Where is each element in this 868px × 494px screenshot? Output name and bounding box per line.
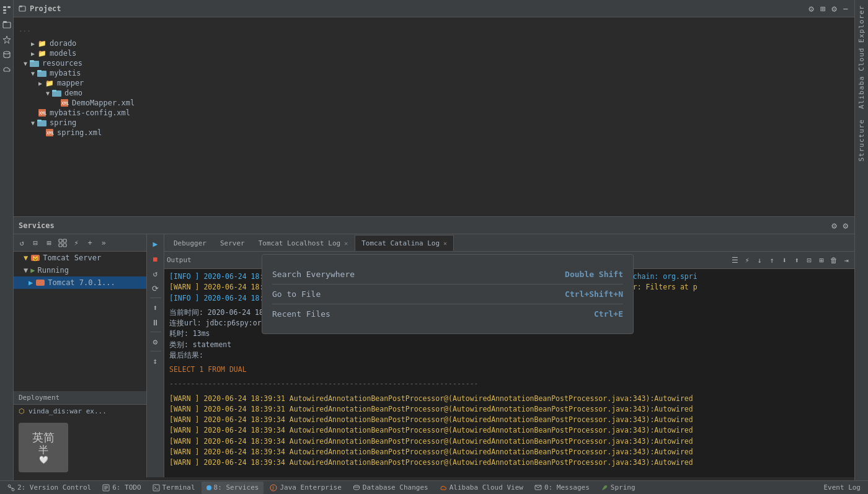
- output-more2-icon[interactable]: ⊞: [816, 255, 827, 266]
- layout-icon[interactable]: ⊞: [819, 2, 826, 15]
- status-alibaba-cloud[interactable]: Alibaba Cloud View: [435, 482, 528, 494]
- output-clear-icon[interactable]: 🗑: [828, 255, 839, 266]
- services-panel-header: Services ⚙ ⚙: [14, 217, 854, 234]
- search-row-file[interactable]: Go to File Ctrl+Shift+N: [272, 284, 623, 304]
- services-expand-icon[interactable]: ⊞: [43, 237, 55, 249]
- side-config-icon[interactable]: ⚙: [149, 335, 162, 348]
- favorites-icon[interactable]: [1, 33, 13, 46]
- output-down-icon[interactable]: ↓: [754, 255, 765, 266]
- server-item-tomcat[interactable]: ▼ 🐱 Tomcat Server: [14, 252, 146, 264]
- svg-point-7: [4, 51, 10, 54]
- svg-rect-5: [3, 21, 7, 23]
- svg-rect-2: [3, 12, 6, 14]
- status-terminal[interactable]: Terminal: [148, 482, 200, 494]
- side-restart-icon[interactable]: ↺: [149, 267, 162, 280]
- status-todo[interactable]: 6: TODO: [97, 482, 146, 494]
- services-collapse-icon[interactable]: ⊟: [30, 237, 41, 249]
- status-database-changes[interactable]: Database Changes: [348, 482, 433, 494]
- tomcat-instance-item[interactable]: ▶ Tomcat 7.0.1...: [14, 276, 146, 289]
- search-row-recent[interactable]: Recent Files Ctrl+E: [272, 304, 623, 324]
- user-avatar-area: 英简 半 🤍: [14, 418, 146, 477]
- log-line-19: [WARN ] 2020-06-24 18:39:34 AutowiredAnn…: [169, 447, 849, 457]
- svg-point-31: [8, 485, 11, 487]
- tree-item-models[interactable]: ▶ 📁 models: [14, 48, 854, 58]
- search-row-everywhere[interactable]: Search Everywhere Double Shift: [272, 265, 623, 284]
- log-line-14: [WARN ] 2020-06-24 18:39:31 AutowiredAnn…: [169, 394, 849, 404]
- persistence-icon[interactable]: [1, 48, 13, 61]
- user-avatar: 英简 半 🤍: [19, 423, 68, 472]
- settings-gear-icon[interactable]: ⚙: [807, 2, 815, 15]
- tree-item-mybatis[interactable]: ▼ mybatis: [14, 68, 854, 78]
- svg-rect-3: [7, 6, 11, 8]
- svg-rect-26: [59, 244, 62, 247]
- deployment-label: Deployment: [14, 391, 146, 405]
- svg-text:J: J: [272, 486, 274, 491]
- tab-server[interactable]: Server: [213, 235, 252, 251]
- svg-point-32: [12, 488, 14, 491]
- output-label: Output: [167, 256, 192, 264]
- running-item[interactable]: ▼ ▶ Running: [14, 264, 146, 276]
- tree-item-mapper[interactable]: ▶ 📁 mapper: [14, 78, 854, 88]
- output-up-icon[interactable]: ↑: [766, 255, 777, 266]
- side-stop-icon[interactable]: ◼: [149, 252, 162, 265]
- tree-item-mybatis-config[interactable]: ▶ XML mybatis-config.xml: [14, 108, 854, 118]
- services-settings-icon[interactable]: ⚙: [830, 219, 838, 232]
- project-panel-header: Project ⚙ ⊞ ⚙ −: [14, 0, 854, 17]
- svg-rect-30: [36, 280, 45, 286]
- status-version-control[interactable]: 2: Version Control: [2, 482, 96, 494]
- services-tree: ▼ 🐱 Tomcat Server ▼ ▶ Running ▶: [14, 252, 146, 391]
- services-refresh-icon[interactable]: ↺: [16, 237, 27, 249]
- status-bar: 2: Version Control 6: TODO Terminal 8: S…: [0, 480, 868, 494]
- log-line-7: 类别: statement: [169, 340, 849, 350]
- status-services[interactable]: 8: Services: [202, 482, 264, 494]
- services-add-icon[interactable]: +: [84, 237, 95, 249]
- output-scroll-up-icon[interactable]: ⬆: [791, 255, 802, 266]
- vertical-label-alibaba[interactable]: Alibaba Cloud Explorer: [856, 0, 867, 114]
- side-scroll-icon[interactable]: ↕: [149, 354, 162, 368]
- svg-rect-27: [63, 244, 66, 247]
- output-filter-icon[interactable]: ⚡: [742, 255, 753, 266]
- tree-item-resources[interactable]: ▼ resources: [14, 58, 854, 68]
- tab-debugger[interactable]: Debugger: [167, 235, 213, 251]
- panel-settings-icon[interactable]: ⚙: [830, 2, 838, 15]
- svg-text:XML: XML: [46, 131, 54, 136]
- output-settings-icon[interactable]: ☰: [729, 255, 740, 266]
- side-update-icon[interactable]: ⬆: [149, 301, 162, 314]
- output-scroll-down-icon[interactable]: ⬇: [779, 255, 790, 266]
- project-panel-actions: ⚙ ⊞ ⚙ −: [807, 2, 849, 15]
- project-icon[interactable]: [1, 19, 13, 31]
- status-spring[interactable]: Spring: [596, 482, 640, 494]
- vertical-label-structure[interactable]: Structure: [856, 114, 867, 167]
- side-action-icons: ▶ ◼ ↺ ⟳ ⬆ ⏸ ⚙ ↕: [147, 234, 164, 477]
- tab-tomcat-localhost[interactable]: Tomcat Localhost Log ✕: [252, 235, 355, 251]
- tab-catalina-close[interactable]: ✕: [443, 240, 447, 247]
- side-run-icon[interactable]: ▶: [149, 237, 162, 250]
- tab-tomcat-catalina[interactable]: Tomcat Catalina Log ✕: [355, 235, 454, 251]
- output-more1-icon[interactable]: ⊡: [804, 255, 815, 266]
- deployment-item[interactable]: ⬡ vinda_dis:war ex...: [14, 405, 146, 418]
- status-java-enterprise[interactable]: J Java Enterprise: [265, 482, 346, 494]
- side-redeploy-icon[interactable]: ⟳: [149, 281, 162, 295]
- services-filter-icon[interactable]: ⚡: [71, 237, 82, 249]
- side-pause-icon[interactable]: ⏸: [149, 315, 162, 329]
- structure-icon[interactable]: [1, 4, 13, 16]
- tree-item-dorado[interactable]: ▶ 📁 dorado: [14, 38, 854, 48]
- panel-close-icon[interactable]: −: [842, 2, 849, 15]
- services-group-icon[interactable]: [57, 237, 68, 249]
- tree-item-spring[interactable]: ▼ spring: [14, 118, 854, 128]
- content-area: Project ⚙ ⊞ ⚙ − ... ▶ 📁 dorad: [14, 0, 854, 480]
- alibaba-cloud-icon[interactable]: [1, 63, 13, 76]
- services-gear-icon[interactable]: ⚙: [842, 219, 849, 232]
- tree-item-DemoMapper[interactable]: ▶ XML DemoMapper.xml: [14, 98, 854, 108]
- svg-rect-9: [19, 6, 22, 7]
- services-more-icon[interactable]: »: [98, 237, 109, 249]
- services-panel-actions: ⚙ ⚙: [830, 219, 849, 232]
- output-wrap-icon[interactable]: ⇥: [841, 255, 852, 266]
- tree-item-spring-xml[interactable]: ▶ XML spring.xml: [14, 128, 854, 138]
- tree-item-demo[interactable]: ▼ demo: [14, 88, 854, 98]
- status-event-log[interactable]: Event Log: [818, 482, 866, 494]
- tab-localhost-close[interactable]: ✕: [344, 240, 348, 247]
- status-messages[interactable]: 0: Messages: [529, 482, 595, 494]
- log-line-15: [WARN ] 2020-06-24 18:39:31 AutowiredAnn…: [169, 404, 849, 415]
- svg-rect-11: [30, 60, 34, 62]
